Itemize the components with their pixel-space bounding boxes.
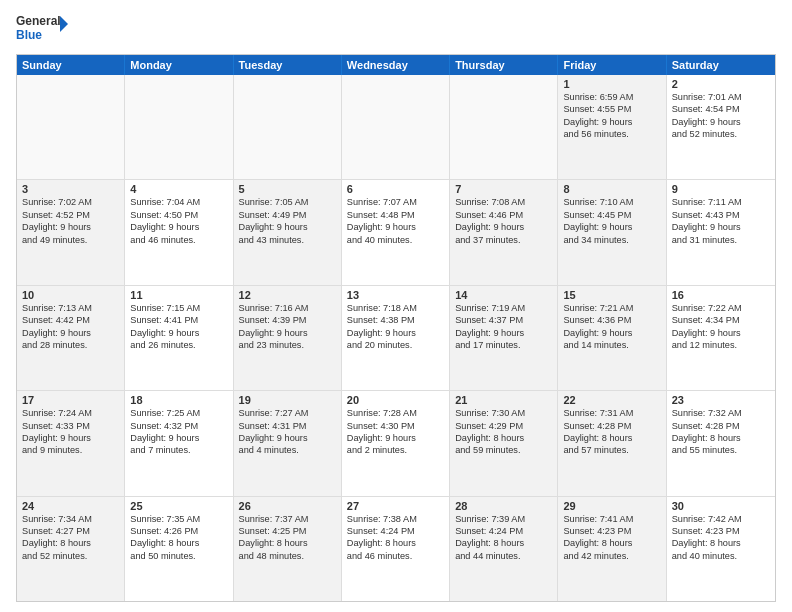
day-number: 21: [455, 394, 552, 406]
day-number: 22: [563, 394, 660, 406]
cell-info-line: Sunset: 4:41 PM: [130, 314, 227, 326]
day-header-thursday: Thursday: [450, 55, 558, 75]
cell-info-line: Sunset: 4:46 PM: [455, 209, 552, 221]
day-number: 7: [455, 183, 552, 195]
day-number: 25: [130, 500, 227, 512]
day-number: 3: [22, 183, 119, 195]
cell-info-line: and 17 minutes.: [455, 339, 552, 351]
cal-cell: [125, 75, 233, 179]
cell-info-line: Sunset: 4:28 PM: [563, 420, 660, 432]
cell-info-line: and 12 minutes.: [672, 339, 770, 351]
calendar-body: 1Sunrise: 6:59 AMSunset: 4:55 PMDaylight…: [17, 75, 775, 601]
day-header-tuesday: Tuesday: [234, 55, 342, 75]
cell-info-line: Sunrise: 7:24 AM: [22, 407, 119, 419]
week-row-0: 1Sunrise: 6:59 AMSunset: 4:55 PMDaylight…: [17, 75, 775, 180]
day-number: 26: [239, 500, 336, 512]
cell-info-line: Sunset: 4:26 PM: [130, 525, 227, 537]
cell-info-line: Daylight: 9 hours: [22, 327, 119, 339]
cell-info-line: and 40 minutes.: [347, 234, 444, 246]
cell-info-line: Daylight: 9 hours: [672, 327, 770, 339]
cell-info-line: Sunset: 4:34 PM: [672, 314, 770, 326]
day-number: 14: [455, 289, 552, 301]
cell-info-line: Sunset: 4:31 PM: [239, 420, 336, 432]
cell-info-line: and 34 minutes.: [563, 234, 660, 246]
cell-info-line: Sunset: 4:39 PM: [239, 314, 336, 326]
cell-info-line: and 9 minutes.: [22, 444, 119, 456]
cell-info-line: and 46 minutes.: [347, 550, 444, 562]
cal-cell: 30Sunrise: 7:42 AMSunset: 4:23 PMDayligh…: [667, 497, 775, 601]
cal-cell: 20Sunrise: 7:28 AMSunset: 4:30 PMDayligh…: [342, 391, 450, 495]
cell-info-line: Sunrise: 7:31 AM: [563, 407, 660, 419]
cal-cell: 5Sunrise: 7:05 AMSunset: 4:49 PMDaylight…: [234, 180, 342, 284]
cell-info-line: Sunrise: 7:41 AM: [563, 513, 660, 525]
cal-cell: 21Sunrise: 7:30 AMSunset: 4:29 PMDayligh…: [450, 391, 558, 495]
cal-cell: 16Sunrise: 7:22 AMSunset: 4:34 PMDayligh…: [667, 286, 775, 390]
cell-info-line: Sunset: 4:23 PM: [563, 525, 660, 537]
cell-info-line: Sunrise: 7:05 AM: [239, 196, 336, 208]
cell-info-line: Daylight: 9 hours: [347, 221, 444, 233]
day-number: 30: [672, 500, 770, 512]
cal-cell: 2Sunrise: 7:01 AMSunset: 4:54 PMDaylight…: [667, 75, 775, 179]
day-header-monday: Monday: [125, 55, 233, 75]
cal-cell: 15Sunrise: 7:21 AMSunset: 4:36 PMDayligh…: [558, 286, 666, 390]
cell-info-line: Sunrise: 7:11 AM: [672, 196, 770, 208]
cal-cell: 17Sunrise: 7:24 AMSunset: 4:33 PMDayligh…: [17, 391, 125, 495]
cell-info-line: Sunset: 4:24 PM: [347, 525, 444, 537]
cell-info-line: Daylight: 9 hours: [130, 327, 227, 339]
cell-info-line: Sunrise: 7:27 AM: [239, 407, 336, 419]
day-number: 18: [130, 394, 227, 406]
cell-info-line: Sunrise: 7:21 AM: [563, 302, 660, 314]
cell-info-line: Sunrise: 7:34 AM: [22, 513, 119, 525]
cal-cell: 11Sunrise: 7:15 AMSunset: 4:41 PMDayligh…: [125, 286, 233, 390]
cell-info-line: Sunset: 4:30 PM: [347, 420, 444, 432]
day-number: 28: [455, 500, 552, 512]
cell-info-line: Sunset: 4:25 PM: [239, 525, 336, 537]
week-row-3: 17Sunrise: 7:24 AMSunset: 4:33 PMDayligh…: [17, 391, 775, 496]
cell-info-line: and 28 minutes.: [22, 339, 119, 351]
day-number: 29: [563, 500, 660, 512]
calendar-header: SundayMondayTuesdayWednesdayThursdayFrid…: [17, 55, 775, 75]
cal-cell: 18Sunrise: 7:25 AMSunset: 4:32 PMDayligh…: [125, 391, 233, 495]
logo-svg: General Blue: [16, 12, 68, 48]
cell-info-line: Sunrise: 7:07 AM: [347, 196, 444, 208]
day-number: 15: [563, 289, 660, 301]
cell-info-line: Daylight: 9 hours: [22, 221, 119, 233]
logo: General Blue: [16, 12, 68, 48]
cell-info-line: and 23 minutes.: [239, 339, 336, 351]
cell-info-line: and 56 minutes.: [563, 128, 660, 140]
cell-info-line: Daylight: 8 hours: [455, 537, 552, 549]
cal-cell: 10Sunrise: 7:13 AMSunset: 4:42 PMDayligh…: [17, 286, 125, 390]
cell-info-line: Sunrise: 7:37 AM: [239, 513, 336, 525]
day-number: 4: [130, 183, 227, 195]
cell-info-line: Sunset: 4:29 PM: [455, 420, 552, 432]
cell-info-line: and 4 minutes.: [239, 444, 336, 456]
cell-info-line: Daylight: 9 hours: [563, 116, 660, 128]
cal-cell: 25Sunrise: 7:35 AMSunset: 4:26 PMDayligh…: [125, 497, 233, 601]
cell-info-line: Daylight: 8 hours: [455, 432, 552, 444]
cell-info-line: and 46 minutes.: [130, 234, 227, 246]
cell-info-line: Sunset: 4:32 PM: [130, 420, 227, 432]
svg-marker-3: [60, 16, 68, 32]
cell-info-line: Sunset: 4:36 PM: [563, 314, 660, 326]
cell-info-line: and 20 minutes.: [347, 339, 444, 351]
cell-info-line: Sunrise: 7:18 AM: [347, 302, 444, 314]
day-number: 13: [347, 289, 444, 301]
cell-info-line: and 44 minutes.: [455, 550, 552, 562]
cell-info-line: Daylight: 9 hours: [130, 432, 227, 444]
cell-info-line: Daylight: 9 hours: [22, 432, 119, 444]
cell-info-line: Daylight: 8 hours: [672, 432, 770, 444]
day-number: 5: [239, 183, 336, 195]
day-number: 10: [22, 289, 119, 301]
cal-cell: [17, 75, 125, 179]
cell-info-line: Sunrise: 7:02 AM: [22, 196, 119, 208]
cell-info-line: Sunset: 4:33 PM: [22, 420, 119, 432]
day-number: 2: [672, 78, 770, 90]
cell-info-line: Sunrise: 7:42 AM: [672, 513, 770, 525]
cell-info-line: Sunset: 4:27 PM: [22, 525, 119, 537]
cal-cell: 24Sunrise: 7:34 AMSunset: 4:27 PMDayligh…: [17, 497, 125, 601]
cell-info-line: and 59 minutes.: [455, 444, 552, 456]
day-header-wednesday: Wednesday: [342, 55, 450, 75]
cell-info-line: Daylight: 8 hours: [239, 537, 336, 549]
cell-info-line: Daylight: 9 hours: [455, 327, 552, 339]
cal-cell: 22Sunrise: 7:31 AMSunset: 4:28 PMDayligh…: [558, 391, 666, 495]
